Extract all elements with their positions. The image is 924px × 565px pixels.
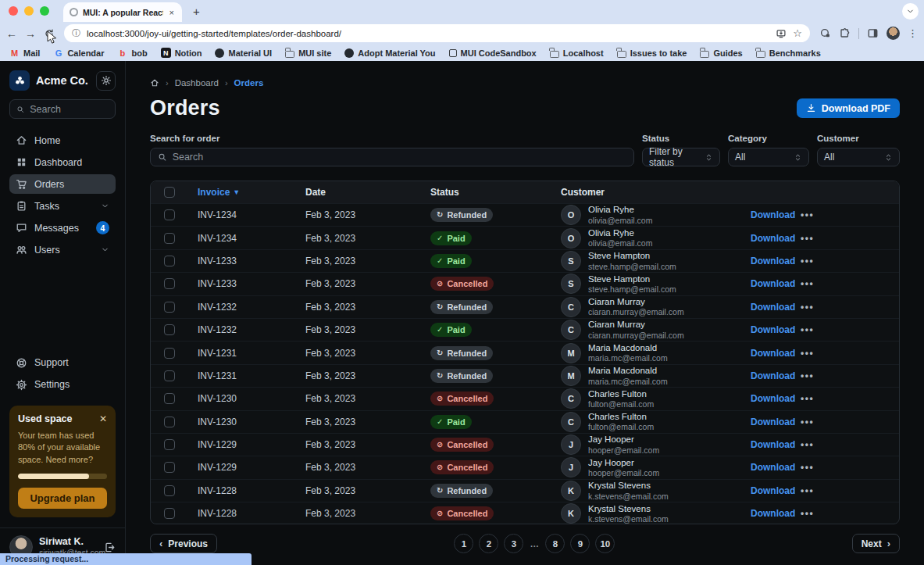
breadcrumb-dashboard[interactable]: Dashboard [175,78,219,88]
row-menu-icon[interactable]: ••• [801,302,832,313]
row-checkbox[interactable] [164,209,175,220]
download-link[interactable]: Download [751,233,801,244]
row-menu-icon[interactable]: ••• [801,324,832,335]
download-link[interactable]: Download [751,485,801,496]
sidebar-search-input[interactable] [30,104,109,115]
row-checkbox[interactable] [164,370,175,381]
row-checkbox[interactable] [164,348,175,359]
page-button[interactable]: 1 [454,534,473,553]
row-menu-icon[interactable]: ••• [801,370,832,381]
row-menu-icon[interactable]: ••• [801,439,832,450]
sidebar-nav-item[interactable]: Users [9,240,116,259]
bookmark-item[interactable]: N Notion [161,48,202,58]
browser-menu-icon[interactable]: ⋮ [908,27,918,39]
bookmark-item[interactable]: MUI site [285,48,331,58]
status-filter-select[interactable]: Filter by status [642,148,720,166]
row-checkbox[interactable] [164,256,175,266]
url-text[interactable]: localhost:3000/joy-ui/getting-started/te… [87,29,769,38]
row-menu-icon[interactable]: ••• [801,233,832,244]
row-menu-icon[interactable]: ••• [801,348,832,359]
row-menu-icon[interactable]: ••• [801,508,832,519]
minimize-window-button[interactable] [24,6,34,16]
page-button[interactable]: 9 [570,534,590,553]
row-menu-icon[interactable]: ••• [801,485,832,496]
theme-toggle-button[interactable] [96,71,116,91]
site-info-icon[interactable]: ⓘ [72,27,80,39]
install-icon[interactable] [776,28,787,39]
download-link[interactable]: Download [751,462,801,473]
bookmark-star-icon[interactable]: ☆ [793,27,802,39]
row-menu-icon[interactable]: ••• [801,278,832,289]
home-icon[interactable] [150,78,159,88]
window-controls[interactable] [9,6,49,16]
close-window-button[interactable] [9,6,18,16]
upgrade-plan-button[interactable]: Upgrade plan [18,488,107,509]
sidebar-search[interactable] [9,99,116,119]
page-button[interactable]: 3 [504,534,523,553]
sidebar-nav-item[interactable]: Tasks [9,196,116,216]
download-link[interactable]: Download [751,393,801,404]
row-menu-icon[interactable]: ••• [801,256,832,266]
next-page-button[interactable]: Next › [852,534,900,553]
sidebar-nav-item[interactable]: Messages 4 [9,218,116,238]
download-link[interactable]: Download [751,417,801,427]
close-icon[interactable]: ✕ [99,413,107,424]
download-link[interactable]: Download [751,278,801,289]
tab-close-icon[interactable]: × [168,8,176,17]
bookmark-item[interactable]: Material UI [215,48,272,58]
back-button[interactable]: ← [6,27,17,40]
bookmark-item[interactable]: M Mail [9,48,40,58]
bookmark-item[interactable]: MUI CodeSandbox [449,48,537,58]
forward-button[interactable]: → [25,27,36,40]
row-checkbox[interactable] [164,302,175,313]
new-tab-button[interactable]: + [193,5,200,18]
download-link[interactable]: Download [751,439,801,450]
row-checkbox[interactable] [164,508,175,519]
sidebar-nav-item[interactable]: Support [9,353,116,373]
page-button[interactable]: 10 [595,534,615,553]
download-pdf-button[interactable]: Download PDF [797,98,900,118]
bookmark-item[interactable]: Benchmarks [756,48,821,58]
zoom-window-button[interactable] [40,6,49,16]
row-menu-icon[interactable]: ••• [801,209,832,220]
sidebar-nav-item[interactable]: Orders [9,174,116,194]
page-button[interactable]: … [529,534,540,553]
download-link[interactable]: Download [751,324,801,335]
select-all-checkbox[interactable] [164,187,175,198]
side-panel-icon[interactable] [867,27,879,39]
sidebar-nav-item[interactable]: Home [9,131,116,150]
row-checkbox[interactable] [164,439,175,450]
row-menu-icon[interactable]: ••• [801,462,832,473]
customer-filter-select[interactable]: All [817,148,900,166]
download-link[interactable]: Download [751,256,801,266]
download-link[interactable]: Download [751,209,801,220]
chevron-down-icon[interactable] [101,245,109,254]
row-checkbox[interactable] [164,417,175,427]
bookmark-item[interactable]: Adopt Material You [344,48,435,58]
tab-lock-icon[interactable] [819,27,831,39]
order-search[interactable] [150,148,634,166]
row-checkbox[interactable] [164,324,175,335]
row-checkbox[interactable] [164,462,175,473]
download-link[interactable]: Download [751,370,801,381]
column-header-invoice[interactable]: Invoice▼ [188,187,296,198]
profile-avatar[interactable] [887,27,900,40]
row-checkbox[interactable] [164,278,175,289]
page-button[interactable]: 8 [545,534,565,553]
category-filter-select[interactable]: All [728,148,809,166]
chevron-down-icon[interactable] [101,202,109,210]
page-button[interactable]: 2 [479,534,498,553]
download-link[interactable]: Download [751,348,801,359]
logout-icon[interactable] [104,542,116,553]
bookmark-item[interactable]: Localhost [550,48,604,58]
bookmark-item[interactable]: G Calendar [53,48,104,58]
previous-page-button[interactable]: ‹ Previous [150,534,217,553]
bookmark-item[interactable]: b bob [117,48,147,58]
tab-search-chevron-icon[interactable] [902,3,919,20]
row-checkbox[interactable] [164,233,175,244]
extensions-icon[interactable] [839,27,851,39]
sidebar-nav-item[interactable]: Settings [9,375,116,395]
address-bar[interactable]: ⓘ localhost:3000/joy-ui/getting-started/… [64,24,810,42]
download-link[interactable]: Download [751,302,801,313]
order-search-input[interactable] [173,152,626,163]
